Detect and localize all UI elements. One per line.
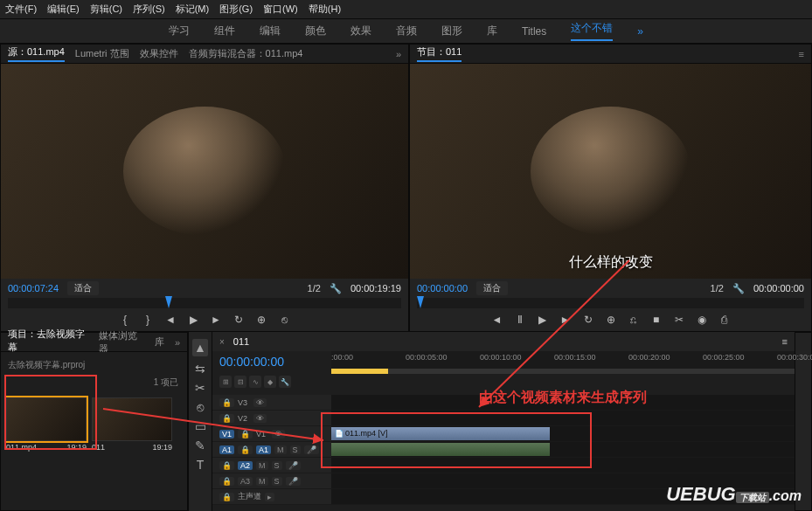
source-playhead[interactable] <box>165 296 172 308</box>
mic-icon[interactable]: 🎤 <box>286 461 301 470</box>
menu-sequence[interactable]: 序列(S) <box>133 3 165 16</box>
ws-libraries[interactable]: 库 <box>487 24 497 38</box>
solo-icon[interactable]: S <box>290 445 301 454</box>
link-icon[interactable]: ∿ <box>249 376 261 388</box>
slip-tool-icon[interactable]: ▭ <box>195 419 206 433</box>
lock-icon[interactable]: 🔒 <box>219 477 234 486</box>
source-fit[interactable]: 适合 <box>67 281 99 295</box>
razor-tool-icon[interactable]: ⎋ <box>197 400 204 414</box>
export-frame-icon[interactable]: ■ <box>649 314 663 326</box>
effect-controls-tab[interactable]: 效果控件 <box>140 47 178 60</box>
eye-icon[interactable]: 👁 <box>253 398 267 407</box>
source-tc-in[interactable]: 00:00:07:24 <box>8 283 59 293</box>
marker-icon[interactable]: ◆ <box>264 376 276 388</box>
program-monitor[interactable]: 什么样的改变 <box>410 64 811 279</box>
menu-clip[interactable]: 剪辑(C) <box>90 3 122 16</box>
lumetri-tab[interactable]: Lumetri 范围 <box>75 47 129 60</box>
play-icon[interactable]: ▶ <box>186 314 200 326</box>
menu-graphics[interactable]: 图形(G) <box>219 3 253 16</box>
track-a3[interactable]: A3 <box>238 477 253 486</box>
solo-icon[interactable]: S <box>272 461 282 470</box>
lock-icon[interactable]: 🔒 <box>238 445 253 454</box>
timeline-tc[interactable]: 00:00:00:00 <box>212 351 331 372</box>
settings-icon[interactable]: ⎙ <box>718 314 732 326</box>
target-icon[interactable]: A1 <box>219 445 234 454</box>
program-tc-in[interactable]: 00:00:00:00 <box>417 283 468 293</box>
step-fwd-icon[interactable]: ► <box>559 314 573 326</box>
ws-graphics[interactable]: 图形 <box>441 24 462 38</box>
insert-icon[interactable]: ⊕ <box>254 314 268 326</box>
step-fwd-icon[interactable]: ► <box>209 314 223 326</box>
track-a2[interactable]: A2 <box>238 461 253 470</box>
expand-icon[interactable]: ▸ <box>265 493 274 501</box>
play-icon[interactable]: ▶ <box>536 314 550 326</box>
step-back-icon[interactable]: ◄ <box>163 314 177 326</box>
lock-icon[interactable]: 🔒 <box>219 461 234 470</box>
ws-overflow-icon[interactable]: » <box>637 25 643 38</box>
camera-icon[interactable]: ◉ <box>695 314 709 326</box>
sequence-name[interactable]: 011 <box>233 336 249 347</box>
track-label[interactable]: V3 <box>238 398 250 407</box>
pen-tool-icon[interactable]: ✎ <box>195 438 205 452</box>
overwrite-icon[interactable]: ⎋ <box>277 314 291 326</box>
program-scale[interactable]: 1/2 <box>711 283 724 293</box>
menu-window[interactable]: 窗口(W) <box>263 3 298 16</box>
ws-assembly[interactable]: 组件 <box>214 24 235 38</box>
solo-icon[interactable]: S <box>272 477 282 486</box>
source-scrubber[interactable] <box>8 298 401 308</box>
settings-icon[interactable]: 🔧 <box>279 376 291 388</box>
work-area-bar[interactable] <box>331 369 795 374</box>
mute-icon[interactable]: M <box>256 461 268 470</box>
lock-icon[interactable]: 🔒 <box>238 430 253 438</box>
mark-in-icon[interactable]: { <box>118 314 132 326</box>
lock-icon[interactable]: 🔒 <box>219 398 234 407</box>
ripple-tool-icon[interactable]: ✂ <box>195 381 205 395</box>
target-icon[interactable]: V1 <box>219 430 234 438</box>
track-select-tool-icon[interactable]: ⇆ <box>195 362 205 376</box>
track-a1[interactable]: A1 <box>256 445 271 454</box>
track-label[interactable]: V1 <box>256 430 268 438</box>
mute-icon[interactable]: M <box>274 445 287 454</box>
source-scale[interactable]: 1/2 <box>308 283 321 293</box>
next-icon[interactable]: ↻ <box>581 314 595 326</box>
ws-color[interactable]: 颜色 <box>305 24 326 38</box>
project-bin[interactable]: 去除视频字幕.prproj 1 项已 011.mp419:19 01119:19 <box>1 352 187 510</box>
menu-help[interactable]: 帮助(H) <box>309 3 341 16</box>
ws-effects[interactable]: 效果 <box>350 24 371 38</box>
panel-menu-icon[interactable]: ≡ <box>799 49 804 59</box>
panel-menu-icon[interactable]: » <box>175 337 180 348</box>
program-fit[interactable]: 适合 <box>476 281 508 295</box>
menu-file[interactable]: 文件(F) <box>5 3 37 16</box>
panel-menu-icon[interactable]: » <box>396 49 401 59</box>
track-label[interactable]: V2 <box>238 414 250 423</box>
program-scrubber[interactable] <box>417 298 804 308</box>
mute-icon[interactable]: M <box>256 477 268 486</box>
source-tab[interactable]: 源：011.mp4 <box>8 45 65 62</box>
work-area-handle[interactable] <box>331 369 388 374</box>
extract-icon[interactable]: ⎌ <box>627 314 641 326</box>
program-playhead[interactable] <box>417 296 424 308</box>
audio-mixer-tab[interactable]: 音频剪辑混合器：011.mp4 <box>189 47 303 60</box>
mic-icon[interactable]: 🎤 <box>286 477 301 486</box>
seq-thumbnail[interactable] <box>92 397 172 441</box>
mic-icon[interactable]: 🎤 <box>304 445 319 454</box>
mark-out-icon[interactable]: } <box>141 314 155 326</box>
source-monitor[interactable] <box>1 64 408 279</box>
ws-titles[interactable]: Titles <box>522 25 546 38</box>
ws-audio[interactable]: 音频 <box>396 24 417 38</box>
snip-icon[interactable]: ✂ <box>672 314 686 326</box>
panel-menu-icon[interactable]: ≡ <box>782 336 788 347</box>
snap-icon[interactable]: ⊟ <box>234 376 246 388</box>
eye-icon[interactable]: 👁 <box>253 414 267 423</box>
step-back-icon[interactable]: Ⅱ <box>513 314 527 326</box>
nest-icon[interactable]: ⊞ <box>219 376 232 388</box>
wrench-icon[interactable]: 🔧 <box>732 283 745 294</box>
timeline-ruler[interactable]: :00:00 00:00:05:00 00:00:10:00 00:00:15:… <box>331 351 795 369</box>
ws-custom[interactable]: 这个不错 <box>571 21 613 41</box>
wrench-icon[interactable]: 🔧 <box>330 283 342 294</box>
type-tool-icon[interactable]: T <box>197 458 205 472</box>
sequence-item[interactable]: 01119:19 <box>92 397 172 453</box>
loop-icon[interactable]: ↻ <box>232 314 246 326</box>
eye-icon[interactable]: 👁 <box>272 430 285 438</box>
selection-tool-icon[interactable]: ▲ <box>192 339 208 356</box>
